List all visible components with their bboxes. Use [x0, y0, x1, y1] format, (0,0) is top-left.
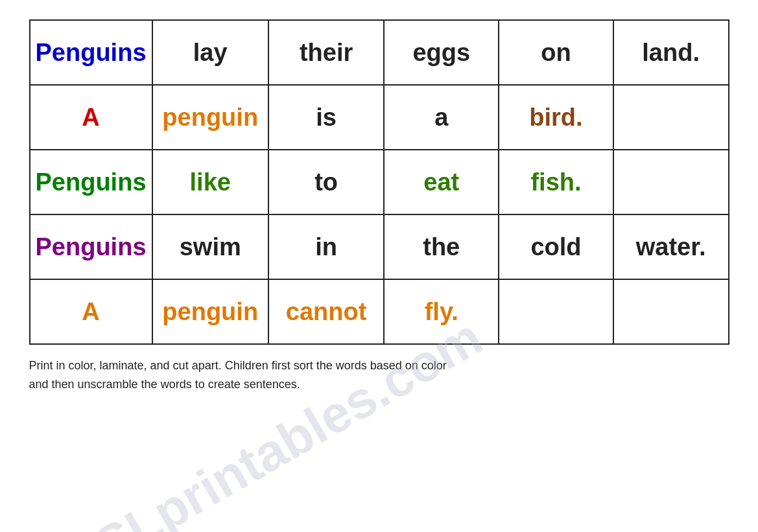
table-cell: a: [384, 85, 499, 150]
table-cell: Penguins: [30, 20, 152, 85]
table-cell: cannot: [268, 279, 384, 344]
table-cell: fly.: [384, 279, 499, 344]
table-cell: their: [268, 20, 384, 85]
table-cell: penguin: [152, 85, 268, 150]
page-container: Penguinslaytheireggsonland.Apenguinisabi…: [0, 0, 758, 413]
table-cell: lay: [152, 20, 268, 85]
table-cell: [613, 85, 729, 150]
table-cell: like: [152, 150, 268, 214]
table-cell: the: [384, 214, 499, 279]
table-cell: Penguins: [30, 150, 152, 214]
table-cell: A: [30, 85, 152, 150]
table-cell: fish.: [499, 150, 613, 214]
table-cell: Penguins: [30, 214, 152, 279]
table-cell: bird.: [499, 85, 613, 150]
table-cell: eat: [384, 150, 499, 214]
table-cell: A: [30, 279, 152, 344]
table-cell: eggs: [384, 20, 499, 85]
table-cell: on: [499, 20, 613, 85]
footer-text: Print in color, laminate, and cut apart.…: [29, 356, 729, 394]
table-cell: [499, 279, 613, 344]
table-cell: to: [268, 150, 384, 214]
table-cell: land.: [613, 20, 729, 85]
table-cell: penguin: [152, 279, 268, 344]
table-cell: water.: [613, 214, 729, 279]
table-cell: [613, 150, 729, 214]
table-cell: is: [268, 85, 384, 150]
table-cell: in: [268, 214, 384, 279]
table-cell: swim: [152, 214, 268, 279]
word-table: Penguinslaytheireggsonland.Apenguinisabi…: [29, 19, 729, 345]
table-cell: [613, 279, 729, 344]
table-cell: cold: [499, 214, 613, 279]
